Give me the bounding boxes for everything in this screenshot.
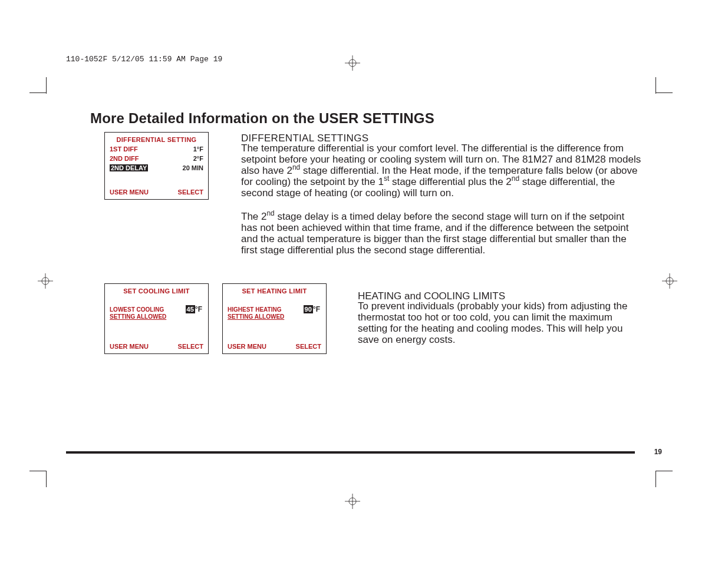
limit-value: 90°F (304, 305, 320, 313)
trim-mark (655, 77, 656, 94)
limit-label-line1: HIGHEST HEATING (228, 306, 281, 313)
registration-mark-icon (38, 273, 53, 289)
user-menu-label: USER MENU (110, 343, 149, 350)
row-label: 2ND DIFF (110, 155, 139, 162)
trim-mark (46, 77, 47, 94)
trim-mark (656, 92, 673, 93)
select-label: SELECT (296, 343, 321, 350)
row-value: 2°F (193, 155, 203, 162)
paragraph-differential-2: The 2nd stage delay is a timed delay bef… (241, 211, 642, 256)
diff-row-2: 2ND DIFF 2°F (105, 155, 208, 162)
trim-mark (656, 471, 673, 471)
panel-footer: USER MENU SELECT (110, 343, 203, 350)
page: 110-1052F 5/12/05 11:59 AM Page 19 More … (0, 0, 728, 562)
print-slug: 110-1052F 5/12/05 11:59 AM Page 19 (66, 55, 222, 64)
diff-row-1: 1ST DIFF 1°F (105, 146, 208, 153)
registration-mark-icon (662, 273, 677, 289)
trim-mark (29, 92, 46, 93)
registration-mark-icon (345, 494, 360, 509)
page-number: 19 (654, 448, 662, 456)
row-value: 1°F (193, 146, 203, 153)
limit-label-line1: LOWEST COOLING (110, 306, 164, 313)
panel-footer: USER MENU SELECT (228, 343, 321, 350)
paragraph-differential-1: The temperature differential is your com… (241, 143, 642, 199)
row-label: 1ST DIFF (110, 146, 138, 153)
limit-label-line2: SETTING ALLOWED (110, 313, 166, 320)
footer-rule (66, 451, 635, 454)
limit-label: LOWEST COOLING SETTING ALLOWED (110, 306, 166, 320)
limit-value-number: 90 (304, 305, 313, 313)
limit-value-unit: °F (313, 305, 320, 313)
user-menu-label: USER MENU (110, 189, 149, 196)
limit-value-unit: °F (195, 305, 202, 313)
panel-footer: USER MENU SELECT (110, 189, 203, 196)
panel-title: SET HEATING LIMIT (223, 287, 326, 295)
select-label: SELECT (178, 189, 203, 196)
registration-mark-icon (345, 55, 360, 71)
panel-title: SET COOLING LIMIT (105, 287, 208, 295)
paragraph-limits: To prevent individuals (probably your ki… (358, 300, 641, 345)
row-value: 20 MIN (183, 164, 203, 171)
trim-mark (29, 471, 46, 471)
limit-value: 45°F (186, 305, 202, 313)
limit-label: HIGHEST HEATING SETTING ALLOWED (228, 306, 284, 320)
page-heading: More Detailed Information on the USER SE… (90, 110, 434, 127)
heating-limit-panel: SET HEATING LIMIT HIGHEST HEATING SETTIN… (222, 283, 327, 354)
trim-mark (655, 471, 656, 487)
trim-mark (46, 471, 47, 487)
row-label-selected: 2ND DELAY (110, 164, 148, 171)
differential-setting-panel: DIFFERENTIAL SETTING 1ST DIFF 1°F 2ND DI… (104, 132, 209, 200)
user-menu-label: USER MENU (228, 343, 266, 350)
diff-row-3: 2ND DELAY 20 MIN (105, 164, 208, 171)
cooling-limit-panel: SET COOLING LIMIT LOWEST COOLING SETTING… (104, 283, 209, 354)
limit-value-number: 45 (186, 305, 195, 313)
limit-label-line2: SETTING ALLOWED (228, 313, 284, 320)
panel-title: DIFFERENTIAL SETTING (105, 136, 208, 143)
select-label: SELECT (178, 343, 203, 350)
